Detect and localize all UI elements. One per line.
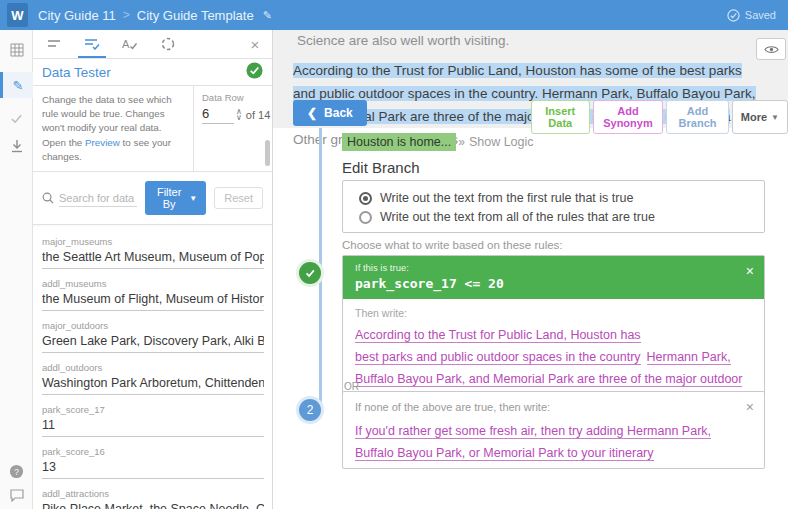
chat-bubble-icon	[10, 489, 24, 502]
edit-pencil-icon[interactable]: ✎	[263, 9, 272, 22]
review-tool[interactable]	[0, 106, 33, 130]
tab-proofread[interactable]: A	[111, 30, 149, 58]
breadcrumb: City Guide 11 > City Guide Template ✎	[38, 8, 272, 23]
panel-scrollbar[interactable]	[265, 140, 270, 166]
preview-link[interactable]: Preview	[85, 137, 120, 148]
data-row-input[interactable]: 6	[202, 106, 234, 124]
rule1-condition[interactable]: park_score_17 <= 20	[355, 276, 752, 291]
data-grid-icon[interactable]	[0, 38, 33, 62]
rule2-text[interactable]: If you'd rather get some fresh air, then…	[355, 420, 752, 464]
field-name: park_score_16	[42, 446, 272, 457]
help-button[interactable]: ?	[0, 459, 33, 483]
field-item: park_score_16 13	[42, 437, 272, 479]
export-tool[interactable]	[0, 134, 33, 158]
branch-text-chip[interactable]: Houston is home...	[342, 133, 456, 151]
field-item: addl_museums the Museum of Flight, Museu…	[42, 269, 272, 311]
field-value-input[interactable]: 11	[42, 415, 264, 437]
panel-close-button[interactable]: ×	[238, 30, 272, 58]
svg-text:?: ?	[14, 466, 19, 476]
field-item: addl_attractions Pike Place Market, the …	[42, 479, 272, 509]
left-rail: ✎ ?	[0, 30, 33, 509]
radio-selected-icon[interactable]	[359, 192, 372, 205]
branch-mode-card: Write out the text from the first rule t…	[342, 180, 765, 233]
tab-outline[interactable]	[35, 30, 73, 58]
check-icon	[10, 112, 23, 125]
field-value-input[interactable]: Green Lake Park, Discovery Park, Alki Be…	[42, 331, 264, 353]
feedback-button[interactable]	[0, 483, 33, 507]
rule-pass-badge	[246, 62, 263, 83]
eye-icon	[764, 44, 779, 55]
app-window: W City Guide 11 > City Guide Template ✎ …	[0, 0, 788, 509]
saved-status: Saved	[727, 9, 776, 22]
tab-variation[interactable]	[149, 30, 187, 58]
lines-icon	[47, 39, 61, 49]
chevron-down-icon: ▼	[771, 113, 779, 122]
rule2-close-icon[interactable]: ×	[746, 399, 754, 415]
breadcrumb-template[interactable]: City Guide Template	[137, 8, 254, 23]
tester-info-text: Change the data to see which rule would …	[33, 86, 193, 171]
chevron-left-icon: ❮	[307, 106, 317, 120]
insert-data-button[interactable]: Insert Data	[531, 100, 590, 134]
back-button[interactable]: ❮Back	[293, 100, 367, 126]
option-first-rule[interactable]: Write out the text from the first rule t…	[359, 191, 750, 205]
edit-template-tool[interactable]: ✎	[0, 72, 33, 98]
saved-check-icon	[727, 9, 740, 22]
data-row-label: Data Row	[202, 92, 272, 103]
search-row: Filter By▼ Reset	[33, 172, 272, 225]
wordsmith-logo[interactable]: W	[7, 3, 28, 27]
preview-eye-button[interactable]	[756, 38, 786, 60]
search-input[interactable]	[59, 190, 137, 207]
rule2-card: If none of the above are true, then writ…	[342, 391, 765, 469]
tab-data-tester[interactable]	[73, 30, 111, 58]
rule1-close-icon[interactable]: ×	[746, 263, 754, 279]
panel-title: Data Tester	[42, 65, 111, 80]
text-segment[interactable]: According to the Trust for Public Land, …	[355, 328, 641, 343]
data-row-stepper[interactable]: ∧∨	[236, 109, 242, 121]
option-all-rules[interactable]: Write out the text from all of the rules…	[359, 210, 750, 224]
field-name: addl_museums	[42, 278, 272, 289]
rail-bottom: ?	[0, 459, 33, 509]
format-toolbar: Insert Data Add Synonym Add Branch More▼	[531, 100, 788, 134]
field-value-input[interactable]: the Seattle Art Museum, Museum of Pop Cu…	[42, 247, 264, 269]
more-button[interactable]: More▼	[732, 100, 788, 134]
breadcrumb-project[interactable]: City Guide 11	[38, 8, 116, 23]
field-value-input[interactable]: the Museum of Flight, Museum of History …	[42, 289, 264, 311]
rule2-header-label: If none of the above are true, then writ…	[355, 401, 752, 413]
add-branch-button[interactable]: Add Branch	[666, 100, 728, 134]
pencil-icon: ✎	[13, 78, 24, 93]
rule1-header[interactable]: If this is true: park_score_17 <= 20 ×	[343, 256, 764, 299]
field-name: park_score_17	[42, 404, 272, 415]
data-row-total: of 14	[246, 109, 270, 121]
reset-button[interactable]: Reset	[214, 187, 263, 209]
option-all-label: Write out the text from all of the rules…	[380, 210, 655, 224]
text-segment[interactable]: If you'd rather get some fresh air, then…	[355, 424, 711, 461]
download-icon	[11, 140, 23, 153]
then-write-label: Then write:	[355, 307, 752, 319]
edit-branch-title: Edit Branch	[342, 159, 420, 176]
a-check-icon: A	[122, 38, 138, 50]
check-icon	[304, 267, 316, 279]
tester-info-row: Change the data to see which rule would …	[33, 86, 272, 172]
field-value-input[interactable]: Washington Park Arboretum, Chittenden Lo…	[42, 373, 264, 395]
option-first-label: Write out the text from the first rule t…	[380, 191, 633, 205]
field-value-input[interactable]: 13	[42, 457, 264, 479]
filter-by-button[interactable]: Filter By▼	[145, 181, 206, 215]
search-icon	[42, 192, 54, 204]
help-icon: ?	[9, 464, 24, 479]
field-item: park_score_17 11	[42, 395, 272, 437]
choose-rules-label: Choose what to write based on these rule…	[342, 239, 563, 251]
field-name: addl_attractions	[42, 488, 272, 499]
lines-check-icon	[84, 38, 100, 50]
add-synonym-button[interactable]: Add Synonym	[593, 100, 664, 134]
radio-unselected-icon[interactable]	[359, 211, 372, 224]
text-segment[interactable]: best parks and public outdoor spaces in …	[355, 350, 641, 365]
rule1-true-badge	[299, 262, 321, 284]
doc-previous-line: Science are also well worth visiting.	[297, 33, 509, 48]
stepper-down-icon[interactable]: ∨	[236, 115, 242, 121]
field-value-input[interactable]: Pike Place Market, the Space Needle, Chi…	[42, 499, 264, 509]
show-logic-link[interactable]: Show Logic	[469, 135, 534, 149]
branch-chip-row: Houston is home... » Show Logic	[342, 133, 534, 151]
dashed-circle-icon	[161, 37, 175, 51]
chevron-down-icon: ▼	[189, 194, 197, 203]
top-bar: W City Guide 11 > City Guide Template ✎ …	[0, 0, 788, 30]
